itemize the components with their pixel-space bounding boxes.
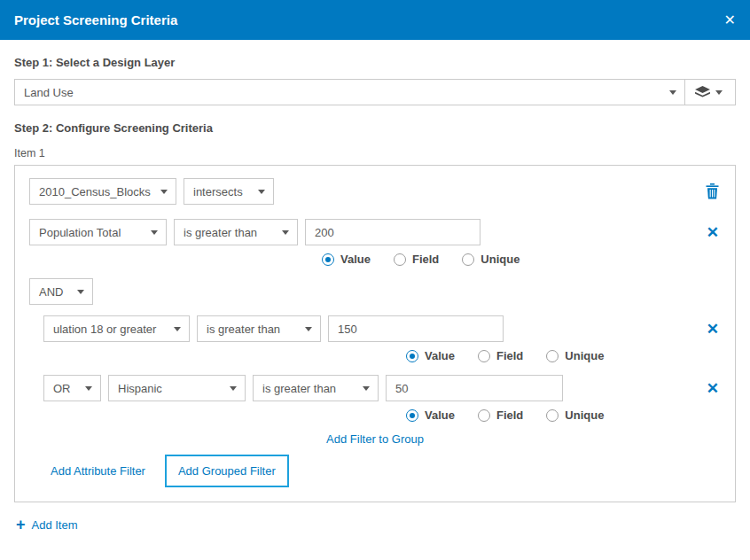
filter3-radio-unique[interactable]: Unique bbox=[546, 408, 604, 422]
filter3-value-input[interactable] bbox=[386, 375, 563, 401]
chevron-down-icon bbox=[152, 179, 176, 204]
chevron-down-icon bbox=[712, 80, 726, 105]
radio-label: Unique bbox=[480, 253, 520, 266]
filter1-field-select[interactable]: Population Total bbox=[29, 219, 167, 245]
group-logic-value: AND bbox=[30, 285, 69, 299]
radio-label: Field bbox=[496, 349, 523, 362]
plus-icon: + bbox=[16, 517, 26, 533]
filter2-operator-value: is greater than bbox=[198, 323, 297, 336]
radio-selected-icon bbox=[322, 253, 334, 266]
target-layer-select[interactable]: 2010_Census_Blocks bbox=[29, 178, 176, 205]
filter1-operator-select[interactable]: is greater than bbox=[174, 219, 298, 245]
filter2-operator-select[interactable]: is greater than bbox=[197, 315, 321, 342]
filter3-logic-value: OR bbox=[44, 382, 77, 395]
radio-label: Value bbox=[425, 349, 455, 362]
remove-filter3-icon[interactable]: ✕ bbox=[705, 381, 721, 396]
chevron-down-icon bbox=[222, 376, 245, 401]
radio-label: Value bbox=[425, 408, 455, 422]
filter1-radio-field[interactable]: Field bbox=[394, 253, 439, 266]
delete-item-button[interactable] bbox=[704, 183, 721, 199]
design-layer-select[interactable]: Land Use bbox=[14, 79, 736, 105]
spatial-operator-value: intersects bbox=[184, 185, 250, 198]
group-logic-row: AND bbox=[29, 278, 721, 305]
add-filter-to-group-row: Add Filter to Group bbox=[29, 432, 721, 446]
step1-heading: Step 1: Select a Design Layer bbox=[14, 56, 736, 69]
radio-icon bbox=[546, 409, 559, 422]
radio-label: Field bbox=[496, 408, 523, 422]
filter1-radio-value[interactable]: Value bbox=[322, 253, 371, 266]
add-filter-to-group-link[interactable]: Add Filter to Group bbox=[326, 432, 424, 446]
radio-icon bbox=[462, 253, 474, 266]
radio-icon bbox=[394, 253, 406, 266]
spatial-operator-select[interactable]: intersects bbox=[184, 178, 274, 205]
trash-icon bbox=[706, 183, 719, 199]
filter3-field-select[interactable]: Hispanic bbox=[108, 375, 246, 401]
radio-label: Unique bbox=[565, 349, 604, 362]
filter2-value-input[interactable] bbox=[328, 315, 504, 342]
spatial-filter-row: 2010_Census_Blocks intersects bbox=[29, 178, 721, 205]
radio-label: Unique bbox=[565, 408, 604, 422]
add-item-button[interactable]: + Add Item bbox=[16, 517, 736, 533]
filter1-operator-value: is greater than bbox=[175, 226, 274, 239]
filter2-radio-value[interactable]: Value bbox=[406, 349, 455, 362]
radio-icon bbox=[478, 350, 490, 362]
add-attribute-filter-link[interactable]: Add Attribute Filter bbox=[51, 464, 145, 478]
radio-icon bbox=[546, 350, 559, 362]
step2-heading: Step 2: Configure Screening Criteria bbox=[14, 121, 736, 135]
chevron-down-icon bbox=[355, 376, 378, 401]
radio-selected-icon bbox=[406, 409, 418, 422]
filter2-field-value: ulation 18 or greater bbox=[44, 323, 166, 336]
filter1-value-type-radios: Value Field Unique bbox=[322, 253, 721, 266]
chevron-down-icon bbox=[661, 80, 684, 105]
close-icon[interactable]: ✕ bbox=[724, 13, 736, 27]
radio-selected-icon bbox=[406, 350, 418, 362]
filter3-radio-value[interactable]: Value bbox=[406, 408, 455, 422]
chevron-down-icon bbox=[297, 316, 320, 341]
filter3-operator-select[interactable]: is greater than bbox=[253, 375, 379, 401]
grouped-filter-row-2: OR Hispanic is greater than ✕ bbox=[43, 375, 721, 401]
filter1-value-input[interactable] bbox=[305, 219, 480, 245]
add-grouped-filter-highlight: Add Grouped Filter bbox=[165, 455, 289, 487]
filter3-logic-select[interactable]: OR bbox=[43, 375, 101, 401]
filter3-value-type-radios: Value Field Unique bbox=[406, 408, 721, 422]
filter2-radio-unique[interactable]: Unique bbox=[546, 349, 604, 362]
add-item-label: Add Item bbox=[32, 518, 78, 532]
filter2-field-select[interactable]: ulation 18 or greater bbox=[43, 315, 190, 342]
radio-icon bbox=[478, 409, 490, 422]
filter1-radio-unique[interactable]: Unique bbox=[462, 253, 520, 266]
chevron-down-icon bbox=[77, 376, 100, 401]
dialog-header: Project Screening Criteria ✕ bbox=[0, 0, 750, 40]
chevron-down-icon bbox=[166, 316, 189, 341]
filter2-value-type-radios: Value Field Unique bbox=[406, 349, 721, 362]
target-layer-value: 2010_Census_Blocks bbox=[30, 185, 152, 198]
chevron-down-icon bbox=[274, 220, 297, 245]
filter3-operator-value: is greater than bbox=[254, 382, 355, 395]
radio-label: Value bbox=[340, 253, 371, 266]
filter2-radio-field[interactable]: Field bbox=[478, 349, 523, 362]
group-logic-select[interactable]: AND bbox=[29, 278, 93, 305]
radio-label: Field bbox=[412, 253, 439, 266]
chevron-down-icon bbox=[250, 179, 273, 204]
item-label: Item 1 bbox=[14, 147, 736, 159]
attribute-filter-row-1: Population Total is greater than ✕ bbox=[29, 219, 721, 245]
screening-item-panel: 2010_Census_Blocks intersects bbox=[14, 165, 736, 502]
filter3-field-value: Hispanic bbox=[109, 382, 222, 395]
layer-options-button[interactable] bbox=[685, 80, 735, 105]
grouped-filter-row-1: ulation 18 or greater is greater than ✕ bbox=[43, 315, 721, 342]
chevron-down-icon bbox=[143, 220, 166, 245]
remove-filter2-icon[interactable]: ✕ bbox=[705, 322, 721, 337]
chevron-down-icon bbox=[69, 279, 92, 304]
design-layer-value: Land Use bbox=[15, 86, 661, 99]
add-grouped-filter-link[interactable]: Add Grouped Filter bbox=[178, 464, 276, 478]
dialog-title: Project Screening Criteria bbox=[14, 12, 177, 27]
layers-icon bbox=[695, 86, 710, 99]
filter3-radio-field[interactable]: Field bbox=[478, 408, 523, 422]
filter-actions-row: Add Attribute Filter Add Grouped Filter bbox=[29, 455, 721, 487]
filter1-field-value: Population Total bbox=[30, 226, 143, 239]
remove-filter1-icon[interactable]: ✕ bbox=[705, 225, 721, 240]
